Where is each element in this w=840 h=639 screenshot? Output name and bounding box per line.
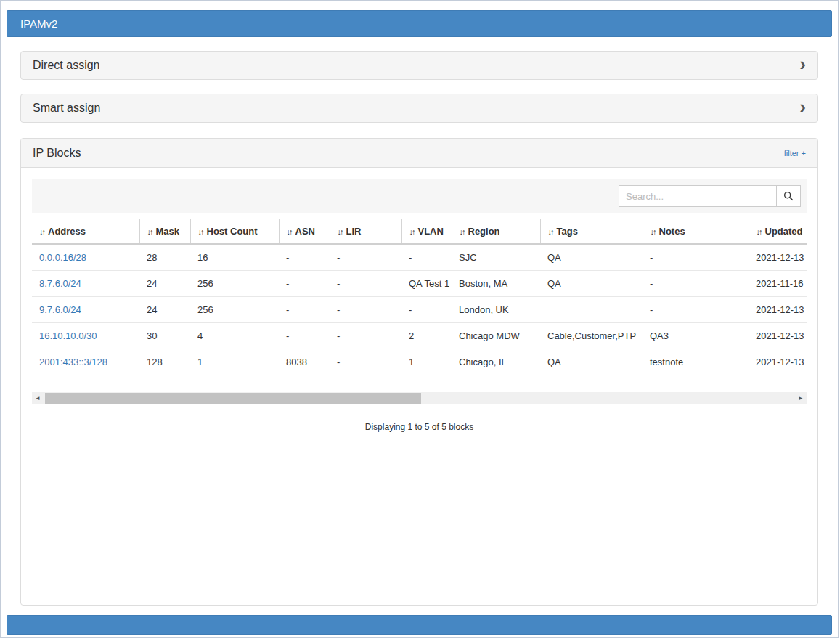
column-header-lir[interactable]: ↓↑LIR: [330, 219, 401, 245]
column-header-asn[interactable]: ↓↑ASN: [279, 219, 330, 245]
page: IPAMv2 Direct assign › Smart assign › IP…: [0, 0, 839, 638]
scrollbar-track[interactable]: [44, 392, 795, 404]
sort-icon: ↓↑: [338, 227, 343, 236]
table-cell: 1: [190, 349, 279, 375]
sort-icon: ↓↑: [287, 227, 292, 236]
column-header-region[interactable]: ↓↑Region: [452, 219, 540, 245]
column-header-notes[interactable]: ↓↑Notes: [643, 219, 749, 245]
table-cell: 256: [190, 271, 279, 297]
table-cell: 24: [139, 297, 190, 323]
scrollbar-thumb[interactable]: [45, 393, 421, 404]
table-cell: Chicago, IL: [452, 349, 540, 375]
table-cell: -: [330, 297, 401, 323]
ip-blocks-panel: IP Blocks filter +: [20, 138, 818, 606]
app-title: IPAMv2: [20, 17, 57, 30]
table-cell: Boston, MA: [452, 271, 540, 297]
column-label: Host Count: [207, 226, 258, 237]
sort-icon: ↓↑: [460, 227, 465, 236]
sort-icon: ↓↑: [409, 227, 415, 236]
table-header-row: ↓↑Address↓↑Mask↓↑Host Count↓↑ASN↓↑LIR↓↑V…: [32, 219, 807, 245]
table-cell: [540, 297, 643, 323]
panel-smart-assign[interactable]: Smart assign ›: [20, 94, 818, 123]
table-cell: -: [643, 271, 749, 297]
content-area: Direct assign › Smart assign › IP Blocks…: [20, 51, 818, 606]
column-header-mask[interactable]: ↓↑Mask: [139, 219, 190, 245]
search-group: [619, 185, 801, 207]
table-cell: 2021-12-13: [749, 349, 807, 375]
table-cell: SJC: [452, 244, 540, 271]
table-cell: -: [279, 244, 330, 271]
table-cell: Cable,Customer,PTP: [540, 323, 643, 349]
table-cell: -: [643, 297, 749, 323]
panel-smart-assign-label: Smart assign: [33, 102, 100, 115]
sort-icon: ↓↑: [651, 227, 656, 236]
table-row: 2001:433::3/12812818038-1Chicago, ILQAte…: [32, 349, 807, 375]
address-link[interactable]: 2001:433::3/128: [39, 357, 107, 367]
sort-icon: ↓↑: [198, 227, 203, 236]
table-cell: 2: [401, 323, 452, 349]
sort-icon: ↓↑: [548, 227, 553, 236]
table-cell: 9.7.6.0/24: [32, 297, 139, 323]
column-header-host-count[interactable]: ↓↑Host Count: [190, 219, 279, 245]
ip-blocks-panel-heading: IP Blocks filter +: [21, 139, 817, 168]
table-cell: 2021-12-13: [749, 323, 807, 349]
footer-bar: [7, 615, 832, 635]
table-cell: 2021-11-16: [749, 271, 807, 297]
table-cell: -: [330, 244, 401, 271]
sort-icon: ↓↑: [39, 227, 44, 236]
table-summary: Displaying 1 to 5 of 5 blocks: [32, 422, 807, 432]
table-row: 8.7.6.0/2424256--QA Test 1Boston, MAQA-2…: [32, 271, 807, 297]
table-cell: 4: [190, 323, 279, 349]
address-link[interactable]: 0.0.0.16/28: [39, 252, 86, 263]
column-header-updated[interactable]: ↓↑Updated: [749, 219, 807, 245]
column-label: Address: [48, 226, 86, 237]
table-cell: -: [279, 297, 330, 323]
table-row: 9.7.6.0/2424256---London, UK-2021-12-13: [32, 297, 807, 323]
table-row: 0.0.0.16/282816---SJCQA-2021-12-13: [32, 244, 807, 271]
column-header-tags[interactable]: ↓↑Tags: [540, 219, 643, 245]
table-cell: Chicago MDW: [452, 323, 540, 349]
column-label: ASN: [295, 226, 315, 237]
horizontal-scrollbar[interactable]: ◄ ►: [32, 392, 807, 404]
table-cell: 30: [139, 323, 190, 349]
filter-toggle-link[interactable]: filter +: [784, 149, 806, 158]
table-cell: -: [330, 271, 401, 297]
table-cell: 16.10.10.0/30: [32, 323, 139, 349]
table-cell: -: [330, 323, 401, 349]
column-label: Notes: [659, 226, 685, 237]
table-cell: -: [643, 244, 749, 271]
scroll-right-arrow-icon[interactable]: ►: [795, 392, 807, 404]
address-link[interactable]: 8.7.6.0/24: [39, 278, 81, 289]
address-link[interactable]: 16.10.10.0/30: [39, 330, 97, 341]
ip-blocks-table: ↓↑Address↓↑Mask↓↑Host Count↓↑ASN↓↑LIR↓↑V…: [32, 219, 807, 375]
sort-icon: ↓↑: [147, 227, 152, 236]
table-cell: QA Test 1: [401, 271, 452, 297]
panel-direct-assign[interactable]: Direct assign ›: [20, 51, 818, 80]
ip-blocks-panel-body: ↓↑Address↓↑Mask↓↑Host Count↓↑ASN↓↑LIR↓↑V…: [21, 179, 817, 606]
address-link[interactable]: 9.7.6.0/24: [39, 304, 81, 315]
table-cell: 16: [190, 244, 279, 271]
table-cell: 24: [139, 271, 190, 297]
table-toolbar: [32, 179, 807, 213]
table-cell: QA: [540, 244, 643, 271]
column-label: Updated: [765, 226, 803, 237]
search-icon: [783, 191, 794, 201]
table-cell: 8038: [279, 349, 330, 375]
table-cell: 2001:433::3/128: [32, 349, 139, 375]
table-cell: QA: [540, 271, 643, 297]
column-label: Mask: [156, 226, 180, 237]
table-cell: -: [279, 271, 330, 297]
column-header-vlan[interactable]: ↓↑VLAN: [401, 219, 452, 245]
column-header-address[interactable]: ↓↑Address: [32, 219, 139, 245]
column-label: LIR: [346, 226, 362, 237]
search-input[interactable]: [619, 185, 777, 207]
chevron-right-icon: ›: [799, 57, 806, 71]
search-button[interactable]: [777, 185, 801, 207]
table-cell: 8.7.6.0/24: [32, 271, 139, 297]
table-cell: -: [401, 244, 452, 271]
scroll-left-arrow-icon[interactable]: ◄: [32, 392, 44, 404]
table-cell: London, UK: [452, 297, 540, 323]
table-cell: 1: [401, 349, 452, 375]
sort-icon: ↓↑: [757, 227, 762, 236]
table-cell: 2021-12-13: [749, 297, 807, 323]
